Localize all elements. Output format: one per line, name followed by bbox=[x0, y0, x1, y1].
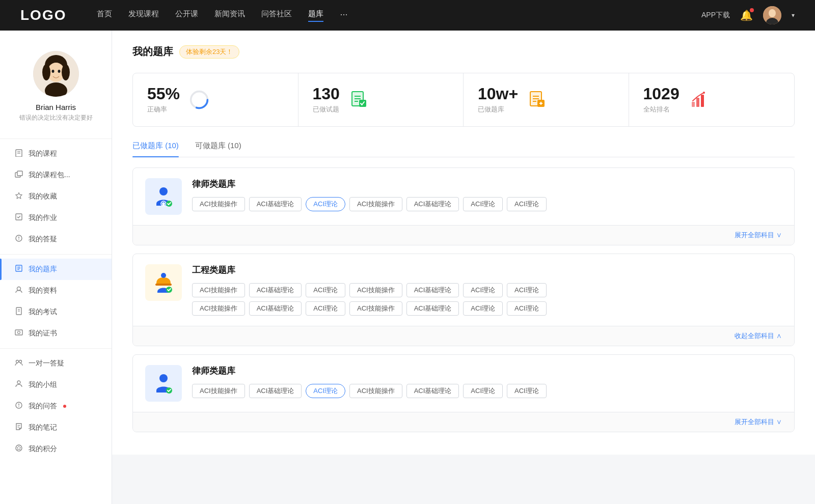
tag-l2-aci-skill[interactable]: ACI技能操作 bbox=[192, 384, 245, 398]
tag-eng-r2-aci-theory-3[interactable]: ACI理论 bbox=[507, 301, 547, 316]
sidebar-profile: Brian Harris 错误的决定比没有决定要好 bbox=[0, 41, 112, 134]
tag-eng-r2-aci-theory-2[interactable]: ACI理论 bbox=[463, 301, 503, 316]
notes-icon bbox=[14, 423, 23, 433]
qbank-footer-3: 展开全部科目 ∨ bbox=[133, 412, 794, 432]
tag-aci-theory-3[interactable]: ACI理论 bbox=[507, 197, 547, 211]
nav-qbank[interactable]: 题库 bbox=[308, 9, 323, 22]
svg-rect-55 bbox=[701, 95, 704, 107]
qbank-card-inner: 律师类题库 ACI技能操作 ACI基础理论 ACI理论 ACI技能操作 ACI基… bbox=[133, 168, 794, 225]
sidebar-item-certificate[interactable]: 我的证书 bbox=[0, 323, 112, 344]
nav-open-course[interactable]: 公开课 bbox=[175, 9, 198, 22]
svg-rect-16 bbox=[16, 214, 22, 220]
qbank-tags-row1: ACI技能操作 ACI基础理论 ACI理论 ACI技能操作 ACI基础理论 AC… bbox=[192, 283, 782, 297]
tag-eng-aci-theory-2[interactable]: ACI理论 bbox=[463, 283, 503, 297]
stat-label-done-questions: 已做试题 bbox=[313, 105, 340, 114]
sidebar-item-label: 我的课程 bbox=[29, 149, 57, 158]
tag-eng-r2-aci-basic[interactable]: ACI基础理论 bbox=[249, 301, 302, 316]
page-title: 我的题库 bbox=[132, 45, 173, 59]
tag-eng-aci-basic-2[interactable]: ACI基础理论 bbox=[406, 283, 459, 297]
sidebar-item-points[interactable]: 我的积分 bbox=[0, 438, 112, 460]
tag-aci-basic-theory-2[interactable]: ACI基础理论 bbox=[406, 197, 459, 211]
expand-btn-1[interactable]: 展开全部科目 ∨ bbox=[735, 231, 782, 239]
tabs-row: 已做题库 (10) 可做题库 (10) bbox=[132, 141, 795, 157]
svg-point-23 bbox=[17, 287, 21, 291]
qbank-footer-1: 展开全部科目 ∨ bbox=[133, 225, 794, 245]
nav-discover[interactable]: 发现课程 bbox=[128, 9, 159, 22]
tag-l2-aci-theory-2[interactable]: ACI理论 bbox=[463, 384, 503, 398]
tag-eng-aci-skill[interactable]: ACI技能操作 bbox=[192, 283, 245, 297]
sidebar-item-notes[interactable]: 我的笔记 bbox=[0, 417, 112, 438]
nav-qa[interactable]: 问答社区 bbox=[261, 9, 292, 22]
tag-eng-aci-basic[interactable]: ACI基础理论 bbox=[249, 283, 302, 297]
tag-eng-r2-aci-theory[interactable]: ACI理论 bbox=[306, 301, 345, 316]
sidebar-item-group[interactable]: 我的小组 bbox=[0, 374, 112, 396]
sidebar-item-course-pkg[interactable]: 我的课程包... bbox=[0, 164, 112, 186]
nav-menu: 首页 发现课程 公开课 新闻资讯 问答社区 题库 ··· bbox=[97, 9, 701, 22]
qbank-card-lawyer-2: 律师类题库 ACI技能操作 ACI基础理论 ACI理论 ACI技能操作 ACI基… bbox=[132, 354, 795, 432]
qbank-tags-3: ACI技能操作 ACI基础理论 ACI理论 ACI技能操作 ACI基础理论 AC… bbox=[192, 384, 782, 398]
svg-point-9 bbox=[51, 70, 54, 73]
sidebar-item-my-course[interactable]: 我的课程 bbox=[0, 143, 112, 164]
stat-text: 130 已做试题 bbox=[313, 86, 340, 114]
trial-badge: 体验剩余23天！ bbox=[179, 45, 239, 59]
avatar-dropdown-icon[interactable]: ▾ bbox=[792, 12, 795, 19]
myqa-icon bbox=[14, 401, 23, 411]
tag-aci-basic-theory[interactable]: ACI基础理论 bbox=[249, 197, 302, 211]
app-download-button[interactable]: APP下载 bbox=[701, 11, 730, 20]
notification-bell[interactable]: 🔔 bbox=[740, 9, 753, 21]
stat-value-accuracy: 55% bbox=[147, 86, 180, 102]
cert-icon bbox=[14, 328, 23, 339]
avatar-image bbox=[763, 6, 781, 24]
sidebar-item-qbank[interactable]: 我的题库 bbox=[0, 259, 112, 280]
qbank-right-2: 工程类题库 ACI技能操作 ACI基础理论 ACI理论 ACI技能操作 ACI基… bbox=[192, 264, 782, 316]
sidebar-item-label: 我的笔记 bbox=[29, 423, 57, 432]
tab-available-banks[interactable]: 可做题库 (10) bbox=[195, 141, 241, 157]
qbank-card-inner-3: 律师类题库 ACI技能操作 ACI基础理论 ACI理论 ACI技能操作 ACI基… bbox=[133, 355, 794, 412]
tag-l2-aci-skill-2[interactable]: ACI技能操作 bbox=[349, 384, 402, 398]
tag-l2-aci-theory-active[interactable]: ACI理论 bbox=[306, 384, 345, 398]
sidebar-avatar bbox=[33, 51, 79, 97]
doc-orange-icon bbox=[527, 90, 548, 110]
sidebar-item-profile[interactable]: 我的资料 bbox=[0, 280, 112, 301]
tag-eng-aci-skill-2[interactable]: ACI技能操作 bbox=[349, 283, 402, 297]
svg-rect-54 bbox=[696, 98, 699, 107]
group-icon bbox=[14, 380, 23, 390]
svg-point-6 bbox=[42, 64, 50, 80]
favorites-icon bbox=[14, 191, 23, 202]
navbar: LOGO 首页 发现课程 公开课 新闻资讯 问答社区 题库 ··· APP下载 … bbox=[0, 0, 815, 31]
sidebar-tagline: 错误的决定比没有决定要好 bbox=[10, 114, 101, 122]
sidebar-item-1on1[interactable]: 一对一答疑 bbox=[0, 353, 112, 374]
tag-aci-skill-op[interactable]: ACI技能操作 bbox=[192, 197, 245, 211]
qbank-right-3: 律师类题库 ACI技能操作 ACI基础理论 ACI理论 ACI技能操作 ACI基… bbox=[192, 365, 782, 402]
sidebar-item-my-qa[interactable]: 我的问答 bbox=[0, 396, 112, 417]
tag-eng-r2-aci-skill-2[interactable]: ACI技能操作 bbox=[349, 301, 402, 316]
sidebar-item-questions[interactable]: 我的答疑 bbox=[0, 229, 112, 250]
avatar-svg bbox=[33, 51, 79, 97]
nav-more[interactable]: ··· bbox=[340, 9, 347, 22]
tag-eng-r2-aci-basic-2[interactable]: ACI基础理论 bbox=[406, 301, 459, 316]
tag-eng-aci-theory-3[interactable]: ACI理论 bbox=[507, 283, 547, 297]
nav-home[interactable]: 首页 bbox=[97, 9, 112, 22]
user-avatar[interactable] bbox=[763, 6, 781, 24]
stats-row: 55% 正确率 130 已做试题 bbox=[132, 73, 795, 127]
sidebar-item-favorites[interactable]: 我的收藏 bbox=[0, 186, 112, 207]
tag-aci-theory-active[interactable]: ACI理论 bbox=[306, 197, 345, 211]
tag-l2-aci-basic[interactable]: ACI基础理论 bbox=[249, 384, 302, 398]
tag-eng-aci-theory[interactable]: ACI理论 bbox=[306, 283, 345, 297]
tab-done-banks[interactable]: 已做题库 (10) bbox=[132, 141, 179, 157]
tag-aci-skill-op-2[interactable]: ACI技能操作 bbox=[349, 197, 402, 211]
nav-news[interactable]: 新闻资讯 bbox=[214, 9, 245, 22]
sidebar-divider-3 bbox=[0, 348, 112, 349]
stat-label-accuracy: 正确率 bbox=[147, 105, 180, 114]
sidebar-item-homework[interactable]: 我的作业 bbox=[0, 207, 112, 229]
tag-l2-aci-theory-3[interactable]: ACI理论 bbox=[507, 384, 547, 398]
expand-btn-3[interactable]: 展开全部科目 ∨ bbox=[735, 418, 782, 426]
sidebar-item-exam[interactable]: 我的考试 bbox=[0, 301, 112, 323]
tag-aci-theory-2[interactable]: ACI理论 bbox=[463, 197, 503, 211]
tag-l2-aci-basic-2[interactable]: ACI基础理论 bbox=[406, 384, 459, 398]
collapse-btn-2[interactable]: 收起全部科目 ∧ bbox=[735, 332, 782, 340]
lawyer-icon bbox=[151, 184, 176, 209]
tag-eng-r2-aci-skill[interactable]: ACI技能操作 bbox=[192, 301, 245, 316]
stat-label-done-banks: 已做题库 bbox=[478, 105, 518, 114]
logo: LOGO bbox=[20, 7, 66, 23]
